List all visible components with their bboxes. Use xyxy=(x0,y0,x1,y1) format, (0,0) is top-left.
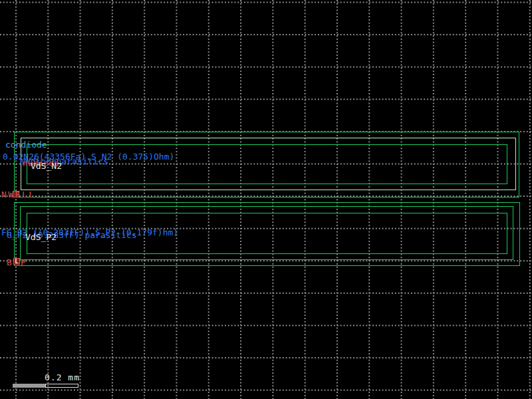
layout-canvas[interactable]: 0.2 mm Lcondiode0.02N26(43356Fa).S_N2 (0… xyxy=(0,0,532,399)
bp-marker[interactable]: L xyxy=(13,258,20,265)
scale-bar-outline-segment xyxy=(45,384,78,388)
scale-bar-filled-segment xyxy=(13,384,45,388)
annotation-label: VdS_N2 xyxy=(31,162,62,170)
annotation-label: NWELL xyxy=(1,191,36,198)
annotation-label: condiode xyxy=(5,141,47,148)
annotation-label: P xyxy=(21,259,27,266)
scale-bar-label: 0.2 mm xyxy=(45,372,80,382)
annotation-label: VdS_P2 xyxy=(25,233,57,241)
annotation-label: B xyxy=(7,259,13,266)
